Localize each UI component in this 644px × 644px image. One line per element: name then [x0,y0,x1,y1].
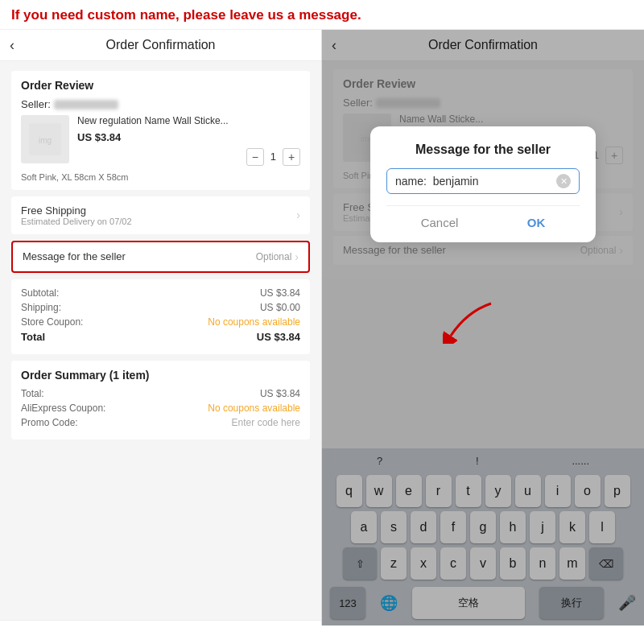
dialog-title: Message for the seller [386,142,580,157]
dialog-input-wrap[interactable]: ✕ [386,168,580,194]
message-dialog: Message for the seller ✕ Cancel OK [370,126,596,242]
left-summary-title: Order Summary (1 item) [21,369,300,382]
left-panel: ‹ Order Confirmation Order Review Seller… [0,30,322,625]
left-qty-val: 1 [270,151,276,163]
left-shipping-sub: Estimated Delivery on 07/02 [21,217,132,226]
left-message-card[interactable]: Message for the seller Optional › [11,241,310,273]
left-order-review-label: Order Review [21,79,300,92]
left-bottom-bar: All Total: US $3.84 PLACE ORDER [0,620,321,625]
left-seller-name [54,100,118,109]
left-summary-coupon: AliExpress Coupon: No coupons available [21,402,300,414]
left-summary-promo: Promo Code: Enter code here [21,417,300,428]
top-banner: If you need custom name, please leave us… [0,0,644,30]
left-header: ‹ Order Confirmation [0,30,321,61]
right-panel: ‹ Order Confirmation Order Review Seller… [322,30,644,625]
dialog-clear-btn[interactable]: ✕ [556,174,571,188]
left-product-image: img [21,115,69,163]
banner-text: If you need custom name, please leave us… [11,6,633,24]
dialog-input-field[interactable] [395,175,556,188]
left-product-row: img New regulation Name Wall Sticke... U… [21,115,300,166]
left-content: Order Review Seller: img New regulation … [0,61,321,620]
left-coupon: Store Coupon: No coupons available [21,316,300,328]
svg-text:img: img [39,136,52,145]
dialog-overlay: Message for the seller ✕ Cancel OK [322,30,644,625]
left-totals: Subtotal: US $3.84 Shipping: US $0.00 St… [11,279,310,354]
left-shipping-chevron: › [296,208,300,221]
left-shipping-total: Shipping: US $0.00 [21,302,300,313]
panels: ‹ Order Confirmation Order Review Seller… [0,30,644,625]
left-header-title: Order Confirmation [11,38,310,52]
left-total: Total US $3.84 [21,331,300,343]
dialog-ok-btn[interactable]: OK [527,216,546,229]
left-variant: Soft Pink, XL 58cm X 58cm [21,172,300,182]
left-message-chevron: › [295,250,299,263]
left-qty-row: − 1 + [77,148,300,166]
left-seller-label: Seller: [21,98,51,110]
left-message-label: Message for the seller [23,250,126,262]
left-qty-plus[interactable]: + [283,148,300,166]
left-product-info: New regulation Name Wall Sticke... US $3… [77,115,300,166]
left-back-arrow[interactable]: ‹ [10,37,14,54]
left-shipping-label: Free Shipping [21,204,132,217]
left-order-review-card: Order Review Seller: img New regulation … [11,71,310,190]
left-message-row: Message for the seller Optional › [23,250,299,263]
left-shipping-card: Free Shipping Estimated Delivery on 07/0… [11,196,310,234]
dialog-actions: Cancel OK [386,205,580,229]
dialog-cancel-btn[interactable]: Cancel [421,216,459,229]
left-message-optional: Optional [256,251,292,262]
left-seller-row: Seller: [21,98,300,110]
left-shipping-row: Free Shipping Estimated Delivery on 07/0… [21,204,132,226]
left-summary-card: Order Summary (1 item) Total: US $3.84 A… [11,361,310,440]
left-subtotal: Subtotal: US $3.84 [21,287,300,299]
left-product-price: US $3.84 [77,131,300,143]
left-summary-total: Total: US $3.84 [21,388,300,399]
left-qty-minus[interactable]: − [246,148,264,166]
left-product-name: New regulation Name Wall Sticke... [77,115,300,128]
